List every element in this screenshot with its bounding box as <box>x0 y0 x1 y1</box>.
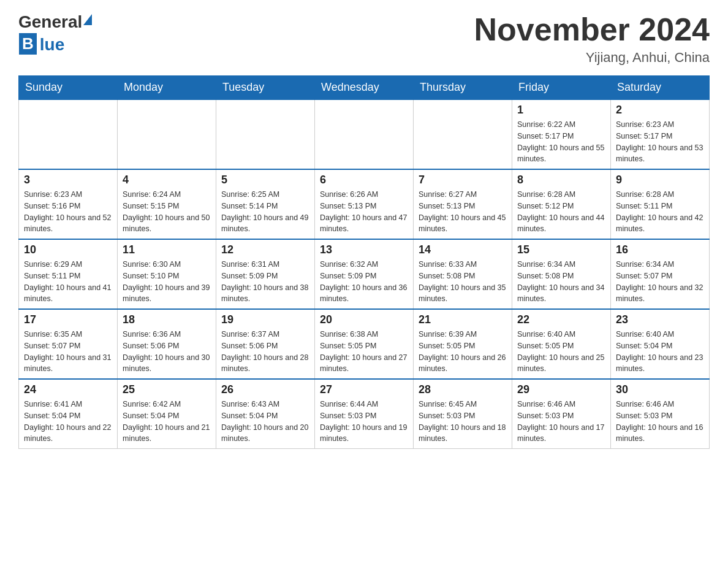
calendar-cell: 4Sunrise: 6:24 AMSunset: 5:15 PMDaylight… <box>118 169 216 239</box>
day-number: 2 <box>616 104 704 117</box>
calendar-cell <box>216 99 315 169</box>
day-number: 30 <box>616 383 704 396</box>
day-number: 19 <box>221 313 309 326</box>
day-number: 24 <box>24 383 112 396</box>
calendar-cell: 1Sunrise: 6:22 AMSunset: 5:17 PMDaylight… <box>512 99 611 169</box>
calendar-cell: 14Sunrise: 6:33 AMSunset: 5:08 PMDayligh… <box>414 239 512 309</box>
day-info: Sunrise: 6:24 AMSunset: 5:15 PMDaylight:… <box>123 189 211 235</box>
day-number: 5 <box>221 174 309 186</box>
day-info: Sunrise: 6:28 AMSunset: 5:12 PMDaylight:… <box>517 189 605 235</box>
day-info: Sunrise: 6:23 AMSunset: 5:17 PMDaylight:… <box>616 119 704 165</box>
calendar-cell: 20Sunrise: 6:38 AMSunset: 5:05 PMDayligh… <box>315 309 414 379</box>
calendar-cell: 29Sunrise: 6:46 AMSunset: 5:03 PMDayligh… <box>512 379 611 449</box>
day-info: Sunrise: 6:39 AMSunset: 5:05 PMDaylight:… <box>419 329 507 375</box>
calendar-cell <box>414 99 512 169</box>
day-number: 14 <box>419 243 507 256</box>
day-info: Sunrise: 6:38 AMSunset: 5:05 PMDaylight:… <box>320 329 408 375</box>
calendar-cell: 6Sunrise: 6:26 AMSunset: 5:13 PMDaylight… <box>315 169 414 239</box>
calendar-cell: 22Sunrise: 6:40 AMSunset: 5:05 PMDayligh… <box>512 309 611 379</box>
calendar-cell: 7Sunrise: 6:27 AMSunset: 5:13 PMDaylight… <box>414 169 512 239</box>
day-number: 13 <box>320 243 408 256</box>
calendar-cell: 9Sunrise: 6:28 AMSunset: 5:11 PMDaylight… <box>611 169 710 239</box>
weekday-header-saturday: Saturday <box>611 76 710 100</box>
calendar-cell: 24Sunrise: 6:41 AMSunset: 5:04 PMDayligh… <box>19 379 118 449</box>
day-number: 28 <box>419 383 507 396</box>
calendar-cell: 11Sunrise: 6:30 AMSunset: 5:10 PMDayligh… <box>118 239 216 309</box>
weekday-header-friday: Friday <box>512 76 611 100</box>
day-number: 6 <box>320 174 408 186</box>
day-info: Sunrise: 6:35 AMSunset: 5:07 PMDaylight:… <box>24 329 112 375</box>
day-info: Sunrise: 6:34 AMSunset: 5:08 PMDaylight:… <box>517 259 605 305</box>
title-area: November 2024 Yijiang, Anhui, China <box>474 12 710 66</box>
calendar-cell: 23Sunrise: 6:40 AMSunset: 5:04 PMDayligh… <box>611 309 710 379</box>
weekday-header-thursday: Thursday <box>414 76 512 100</box>
calendar-title: November 2024 <box>474 12 710 47</box>
calendar-week-row: 17Sunrise: 6:35 AMSunset: 5:07 PMDayligh… <box>19 309 710 379</box>
calendar-week-row: 24Sunrise: 6:41 AMSunset: 5:04 PMDayligh… <box>19 379 710 449</box>
day-info: Sunrise: 6:28 AMSunset: 5:11 PMDaylight:… <box>616 189 704 235</box>
day-info: Sunrise: 6:22 AMSunset: 5:17 PMDaylight:… <box>517 119 605 165</box>
day-number: 26 <box>221 383 309 396</box>
logo-blue-text: lue <box>40 35 64 55</box>
logo-blue-box: B <box>19 33 37 55</box>
day-info: Sunrise: 6:46 AMSunset: 5:03 PMDaylight:… <box>616 399 704 445</box>
calendar-cell: 13Sunrise: 6:32 AMSunset: 5:09 PMDayligh… <box>315 239 414 309</box>
weekday-header-wednesday: Wednesday <box>315 76 414 100</box>
day-info: Sunrise: 6:40 AMSunset: 5:05 PMDaylight:… <box>517 329 605 375</box>
calendar-cell: 19Sunrise: 6:37 AMSunset: 5:06 PMDayligh… <box>216 309 315 379</box>
day-info: Sunrise: 6:46 AMSunset: 5:03 PMDaylight:… <box>517 399 605 445</box>
calendar-cell: 10Sunrise: 6:29 AMSunset: 5:11 PMDayligh… <box>19 239 118 309</box>
calendar-body: 1Sunrise: 6:22 AMSunset: 5:17 PMDaylight… <box>19 99 710 449</box>
day-number: 16 <box>616 243 704 256</box>
weekday-header-row: SundayMondayTuesdayWednesdayThursdayFrid… <box>19 76 710 100</box>
day-number: 4 <box>123 174 211 186</box>
day-info: Sunrise: 6:40 AMSunset: 5:04 PMDaylight:… <box>616 329 704 375</box>
calendar-header: SundayMondayTuesdayWednesdayThursdayFrid… <box>19 76 710 100</box>
calendar-week-row: 10Sunrise: 6:29 AMSunset: 5:11 PMDayligh… <box>19 239 710 309</box>
calendar-cell: 27Sunrise: 6:44 AMSunset: 5:03 PMDayligh… <box>315 379 414 449</box>
calendar-week-row: 3Sunrise: 6:23 AMSunset: 5:16 PMDaylight… <box>19 169 710 239</box>
day-info: Sunrise: 6:30 AMSunset: 5:10 PMDaylight:… <box>123 259 211 305</box>
logo: General B lue <box>18 12 92 55</box>
day-number: 15 <box>517 243 605 256</box>
day-info: Sunrise: 6:27 AMSunset: 5:13 PMDaylight:… <box>419 189 507 235</box>
day-number: 27 <box>320 383 408 396</box>
day-info: Sunrise: 6:36 AMSunset: 5:06 PMDaylight:… <box>123 329 211 375</box>
day-number: 17 <box>24 313 112 326</box>
day-number: 29 <box>517 383 605 396</box>
day-number: 18 <box>123 313 211 326</box>
calendar-cell: 18Sunrise: 6:36 AMSunset: 5:06 PMDayligh… <box>118 309 216 379</box>
day-info: Sunrise: 6:34 AMSunset: 5:07 PMDaylight:… <box>616 259 704 305</box>
calendar-week-row: 1Sunrise: 6:22 AMSunset: 5:17 PMDaylight… <box>19 99 710 169</box>
day-info: Sunrise: 6:32 AMSunset: 5:09 PMDaylight:… <box>320 259 408 305</box>
day-info: Sunrise: 6:26 AMSunset: 5:13 PMDaylight:… <box>320 189 408 235</box>
logo-general-text: General <box>18 12 82 32</box>
day-number: 23 <box>616 313 704 326</box>
day-number: 8 <box>517 174 605 186</box>
day-number: 7 <box>419 174 507 186</box>
day-info: Sunrise: 6:45 AMSunset: 5:03 PMDaylight:… <box>419 399 507 445</box>
page-header: General B lue November 2024 Yijiang, Anh… <box>18 12 710 66</box>
day-number: 11 <box>123 243 211 256</box>
day-info: Sunrise: 6:23 AMSunset: 5:16 PMDaylight:… <box>24 189 112 235</box>
day-info: Sunrise: 6:43 AMSunset: 5:04 PMDaylight:… <box>221 399 309 445</box>
day-number: 22 <box>517 313 605 326</box>
day-info: Sunrise: 6:25 AMSunset: 5:14 PMDaylight:… <box>221 189 309 235</box>
calendar-cell: 30Sunrise: 6:46 AMSunset: 5:03 PMDayligh… <box>611 379 710 449</box>
calendar-cell <box>315 99 414 169</box>
day-info: Sunrise: 6:29 AMSunset: 5:11 PMDaylight:… <box>24 259 112 305</box>
day-info: Sunrise: 6:37 AMSunset: 5:06 PMDaylight:… <box>221 329 309 375</box>
day-number: 1 <box>517 104 605 117</box>
weekday-header-tuesday: Tuesday <box>216 76 315 100</box>
day-info: Sunrise: 6:33 AMSunset: 5:08 PMDaylight:… <box>419 259 507 305</box>
day-info: Sunrise: 6:42 AMSunset: 5:04 PMDaylight:… <box>123 399 211 445</box>
calendar-table: SundayMondayTuesdayWednesdayThursdayFrid… <box>18 75 710 449</box>
calendar-cell: 26Sunrise: 6:43 AMSunset: 5:04 PMDayligh… <box>216 379 315 449</box>
day-info: Sunrise: 6:41 AMSunset: 5:04 PMDaylight:… <box>24 399 112 445</box>
calendar-cell: 25Sunrise: 6:42 AMSunset: 5:04 PMDayligh… <box>118 379 216 449</box>
day-number: 25 <box>123 383 211 396</box>
calendar-cell: 28Sunrise: 6:45 AMSunset: 5:03 PMDayligh… <box>414 379 512 449</box>
day-number: 20 <box>320 313 408 326</box>
calendar-cell <box>19 99 118 169</box>
calendar-cell: 3Sunrise: 6:23 AMSunset: 5:16 PMDaylight… <box>19 169 118 239</box>
